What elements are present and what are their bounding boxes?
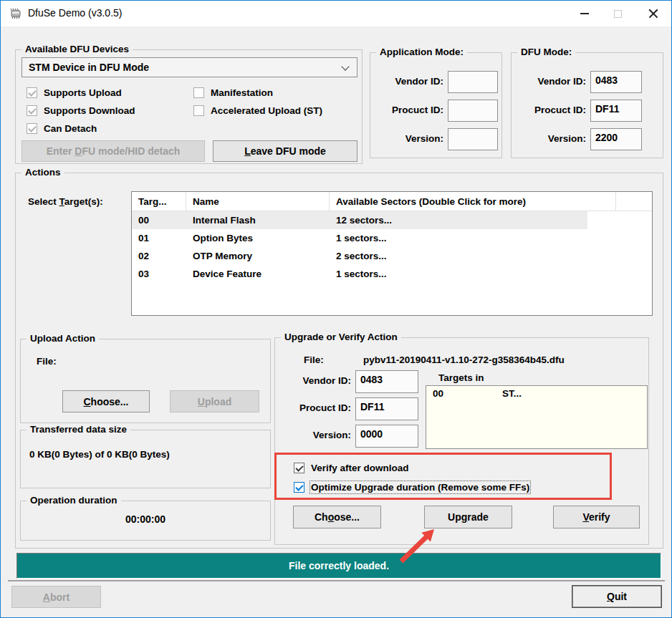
operation-duration-group: Operation duration 00:00:00	[20, 501, 271, 541]
cell-target: 03	[132, 265, 186, 283]
version-label: Version:	[512, 133, 586, 144]
upload-action-group: Upload Action File: Choose... Upload	[20, 339, 271, 423]
checkbox-box	[294, 482, 304, 493]
checkbox-supports-download: Supports Download	[27, 105, 135, 116]
group-label: Upload Action	[27, 333, 99, 344]
app-vendor-id-field	[448, 71, 498, 93]
target-id: 00	[433, 388, 443, 399]
table-row[interactable]: 03 Device Feature 1 sectors...	[132, 265, 587, 283]
divider	[8, 580, 665, 581]
table-row[interactable]: 01 Option Bytes 1 sectors...	[132, 229, 587, 247]
upgrade-button[interactable]: Upgrade	[424, 506, 512, 528]
cell-sectors: 2 sectors...	[330, 247, 587, 265]
column-header-target[interactable]: Targ...	[132, 192, 186, 211]
app-version-field	[448, 128, 498, 150]
leave-dfu-mode-button[interactable]: Leave DFU mode	[213, 140, 357, 162]
targets-in-label: Targets in	[438, 372, 484, 383]
version-label: Version:	[275, 430, 351, 440]
checkbox-label: Supports Download	[44, 105, 135, 116]
checkbox-label: Accelerated Upload (ST)	[211, 105, 322, 116]
enter-dfu-mode-button: Enter DFU mode/HID detach	[21, 140, 205, 162]
vendor-id-label: Vendor ID:	[275, 375, 351, 386]
optimize-upgrade-checkbox[interactable]: Optimize Upgrade duration (Remove some F…	[294, 481, 529, 493]
checkbox-label: Optimize Upgrade duration (Remove some F…	[311, 482, 529, 493]
version-label: Version:	[370, 133, 443, 144]
table-row[interactable]: 00 Internal Flash 12 sectors...	[132, 211, 587, 229]
window-title: DfuSe Demo (v3.0.5)	[28, 7, 123, 19]
status-progress-bar: File correctly loaded.	[16, 553, 661, 579]
table-header: Targ... Name Available Sectors (Double C…	[132, 192, 652, 211]
group-label: Available DFU Devices	[21, 44, 133, 54]
app-product-id-field	[448, 100, 498, 122]
chevron-down-icon	[341, 62, 349, 70]
available-devices-group: Available DFU Devices STM Device in DFU …	[15, 49, 363, 164]
product-id-label: Procuct ID:	[275, 402, 351, 413]
group-label: Operation duration	[27, 495, 121, 506]
group-label: Application Mode:	[376, 47, 467, 57]
close-icon	[648, 9, 658, 19]
dfu-mode-group: DFU Mode: Vendor ID: 0483 Procuct ID: DF…	[511, 52, 663, 158]
close-button[interactable]	[637, 1, 670, 26]
target-table: Targ... Name Available Sectors (Double C…	[131, 191, 653, 316]
verify-button[interactable]: Verify	[553, 506, 640, 528]
group-label: Transferred data size	[27, 424, 130, 435]
checkbox-label: Can Detach	[44, 123, 97, 134]
upgrade-verify-group: Upgrade or Verify Action File: pybv11-20…	[274, 337, 649, 545]
chip-icon	[9, 8, 23, 19]
cell-target: 01	[132, 229, 186, 247]
checkbox-supports-upload: Supports Upload	[27, 87, 122, 98]
upgrade-choose-button[interactable]: Choose...	[293, 506, 381, 528]
checkbox-label: Manifestation	[211, 87, 273, 98]
upgrade-version-field: 0000	[355, 425, 418, 448]
dfu-version-field: 2200	[590, 128, 642, 150]
targets-in-listbox[interactable]: 00 ST...	[426, 385, 648, 449]
checkbox-accelerated-upload: Accelerated Upload (ST)	[193, 105, 322, 116]
checkbox-box	[27, 123, 37, 134]
column-header-sectors[interactable]: Available Sectors (Double Click for more…	[330, 192, 616, 211]
cell-name: Internal Flash	[186, 211, 330, 229]
column-header-name[interactable]: Name	[186, 192, 330, 211]
select-target-label: Select Target(s):	[28, 196, 103, 207]
vendor-id-label: Vendor ID:	[370, 76, 443, 87]
minimize-button[interactable]	[568, 1, 601, 26]
upgrade-product-id-field: DF11	[355, 397, 418, 420]
device-combobox[interactable]: STM Device in DFU Mode	[21, 57, 357, 77]
checkbox-can-detach: Can Detach	[27, 122, 97, 134]
vendor-id-label: Vendor ID:	[512, 76, 586, 87]
cell-name: OTP Memory	[186, 247, 330, 265]
duration-value: 00:00:00	[21, 513, 270, 525]
minimize-icon	[580, 13, 589, 14]
group-label: Upgrade or Verify Action	[281, 332, 401, 342]
product-id-label: Procuct ID:	[512, 105, 586, 115]
status-message: File correctly loaded.	[289, 560, 389, 571]
checkbox-box	[294, 463, 304, 473]
checkbox-box	[193, 105, 204, 116]
title-bar: DfuSe Demo (v3.0.5)	[1, 1, 671, 26]
checkbox-box	[27, 87, 37, 98]
verify-after-download-checkbox[interactable]: Verify after download	[294, 462, 409, 473]
upgrade-vendor-id-field: 0483	[355, 370, 418, 393]
checkbox-label: Supports Upload	[44, 87, 122, 98]
checkbox-manifestation: Manifestation	[193, 87, 273, 98]
upload-choose-button[interactable]: Choose...	[62, 390, 150, 412]
application-mode-group: Application Mode: Vendor ID: Procuct ID:…	[370, 52, 502, 158]
maximize-button	[601, 1, 634, 26]
checkbox-label: Verify after download	[311, 463, 409, 473]
upgrade-file-label: File:	[304, 354, 324, 365]
quit-button[interactable]: Quit	[572, 585, 662, 608]
transferred-size-group: Transferred data size 0 KB(0 Bytes) of 0…	[20, 430, 271, 488]
cell-sectors: 1 sectors...	[330, 229, 587, 247]
group-label: DFU Mode:	[517, 47, 575, 57]
checkbox-box	[27, 105, 37, 116]
table-row[interactable]: 02 OTP Memory 2 sectors...	[132, 247, 587, 265]
upgrade-file-name: pybv11-20190411-v1.10-272-g358364b45.dfu	[363, 354, 565, 365]
product-id-label: Procuct ID:	[370, 105, 443, 115]
upload-button: Upload	[170, 390, 259, 412]
cell-sectors: 1 sectors...	[330, 265, 587, 283]
dfu-vendor-id-field: 0483	[590, 71, 642, 93]
maximize-icon	[614, 10, 622, 18]
cell-target: 00	[132, 211, 186, 229]
cell-sectors: 12 sectors...	[330, 211, 587, 229]
device-combobox-value: STM Device in DFU Mode	[29, 62, 149, 73]
cell-name: Device Feature	[186, 265, 330, 283]
